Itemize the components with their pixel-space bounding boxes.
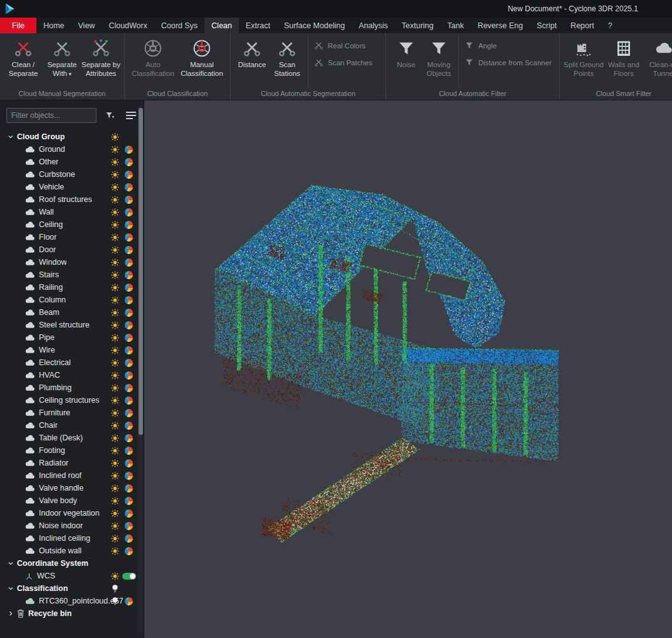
- sun-icon[interactable]: [110, 572, 120, 580]
- sun-icon[interactable]: [110, 208, 120, 216]
- sun-icon[interactable]: [110, 271, 120, 279]
- ribbon-button-manual-classification[interactable]: Manual Classification: [177, 35, 226, 78]
- tree-item-valve-handle[interactable]: Valve handle: [0, 482, 144, 494]
- ribbon-button-split-ground-points[interactable]: Split Ground Points: [564, 35, 604, 78]
- tree-item-vehicle[interactable]: Vehicle: [0, 181, 144, 193]
- tab-script[interactable]: Script: [530, 18, 564, 33]
- tree-item-ceiling-structures[interactable]: Ceiling structures: [0, 394, 144, 407]
- sun-icon[interactable]: [110, 434, 120, 442]
- sun-icon[interactable]: [110, 284, 120, 292]
- pie-chart-icon[interactable]: [122, 396, 136, 405]
- pie-chart-icon[interactable]: [122, 459, 136, 467]
- tree-item-window[interactable]: Window: [0, 256, 144, 268]
- sun-icon[interactable]: [110, 522, 120, 530]
- tree-item-floor[interactable]: Floor: [0, 231, 144, 243]
- pie-chart-icon[interactable]: [122, 221, 136, 229]
- tab-cloudworx[interactable]: CloudWorx: [102, 18, 154, 33]
- tree-group-recycle-bin[interactable]: Recycle bin: [0, 607, 144, 620]
- tab-extract[interactable]: Extract: [239, 18, 277, 33]
- ribbon-button-moving-objects[interactable]: Moving Objects: [423, 35, 455, 78]
- pie-chart-icon[interactable]: [122, 246, 136, 254]
- tree-group-coordinate-system[interactable]: Coordinate System: [0, 557, 144, 570]
- tree-item-hvac[interactable]: HVAC: [0, 369, 144, 381]
- pie-chart-icon[interactable]: [122, 371, 136, 380]
- tab-tank[interactable]: Tank: [440, 18, 470, 33]
- tree-item-curbstone[interactable]: Curbstone: [0, 168, 144, 181]
- ribbon-button-clean-separate[interactable]: Clean / Separate: [4, 35, 43, 78]
- tree-group-classification[interactable]: Classification: [0, 582, 144, 595]
- ribbon-button-distance[interactable]: Distance: [234, 35, 270, 70]
- tab-home[interactable]: Home: [36, 18, 71, 33]
- bulb-icon[interactable]: [110, 584, 120, 593]
- sun-icon[interactable]: [110, 296, 120, 304]
- ribbon-button-noise[interactable]: Noise: [390, 35, 423, 70]
- ribbon-button-separate-by-attributes[interactable]: Separate by Attributes: [81, 35, 120, 78]
- tab-report[interactable]: Report: [564, 18, 601, 33]
- ribbon-button-distance-from-scanner[interactable]: Distance from Scanner: [465, 58, 552, 67]
- chevron-down-icon[interactable]: [8, 585, 17, 592]
- pie-chart-icon[interactable]: [122, 146, 136, 154]
- ribbon-button-separate-with[interactable]: Separate With ▾: [43, 35, 81, 78]
- sun-icon[interactable]: [110, 497, 120, 505]
- ribbon-button-clean-up-tunnel[interactable]: Clean-up Tunnel: [644, 35, 672, 78]
- tree-item-electrical[interactable]: Electrical: [0, 356, 144, 369]
- pie-chart-icon[interactable]: [122, 158, 136, 166]
- tree-item-wire[interactable]: Wire: [0, 344, 144, 356]
- sun-icon[interactable]: [110, 396, 120, 405]
- pie-chart-icon[interactable]: [122, 183, 136, 191]
- tree-item-wcs[interactable]: WCS: [0, 570, 144, 582]
- pie-chart-icon[interactable]: [122, 484, 136, 492]
- sun-icon[interactable]: [110, 321, 120, 329]
- scrollbar-thumb[interactable]: [139, 108, 143, 435]
- tree-item-furniture[interactable]: Furniture: [0, 407, 144, 419]
- tree-item-roof-structures[interactable]: Roof structures: [0, 193, 144, 206]
- sun-icon[interactable]: [110, 359, 120, 367]
- ribbon-button-angle[interactable]: Angle: [465, 41, 552, 50]
- pie-chart-icon[interactable]: [122, 233, 136, 242]
- pie-chart-icon[interactable]: [122, 208, 136, 216]
- tree-item-beam[interactable]: Beam: [0, 306, 144, 319]
- tree-item-chair[interactable]: Chair: [0, 419, 144, 432]
- pie-chart-icon[interactable]: [122, 422, 136, 430]
- tree-item-inclined-ceiling[interactable]: Inclined ceiling: [0, 532, 144, 545]
- pie-chart-icon[interactable]: [122, 321, 136, 329]
- ribbon-button-auto-classification[interactable]: Auto Classification: [129, 35, 177, 78]
- sun-icon[interactable]: [110, 258, 120, 267]
- pie-chart-icon[interactable]: [122, 522, 136, 530]
- tree-item-valve-body[interactable]: Valve body: [0, 494, 144, 507]
- tree-item-pipe[interactable]: Pipe: [0, 331, 144, 344]
- tree-item-noise-indoor[interactable]: Noise indoor: [0, 519, 144, 532]
- sun-icon[interactable]: [110, 547, 120, 555]
- tree-item-column[interactable]: Column: [0, 294, 144, 306]
- tab-view[interactable]: View: [71, 18, 102, 33]
- sun-icon[interactable]: [110, 171, 120, 179]
- sun-icon[interactable]: [110, 472, 120, 480]
- tree-item-inclined-roof[interactable]: Inclined roof: [0, 469, 144, 482]
- ribbon-button-scan-stations[interactable]: Scan Stations: [270, 35, 305, 78]
- tree-item-door[interactable]: Door: [0, 243, 144, 256]
- pie-chart-icon[interactable]: [122, 359, 136, 367]
- tab-file[interactable]: File: [0, 18, 36, 33]
- tree-item-ceiling[interactable]: Ceiling: [0, 218, 144, 231]
- sun-icon[interactable]: [110, 221, 120, 229]
- tree-menu-button[interactable]: [123, 108, 139, 123]
- pie-chart-icon[interactable]: [122, 309, 136, 317]
- tree-item-plumbing[interactable]: Plumbing: [0, 381, 144, 394]
- tree-item-radiator[interactable]: Radiator: [0, 457, 144, 469]
- ribbon-button-real-colors[interactable]: Real Colors: [314, 41, 378, 50]
- pie-chart-icon[interactable]: [122, 346, 136, 354]
- tab-surface-modeling[interactable]: Surface Modeling: [277, 18, 352, 33]
- pie-chart-icon[interactable]: [122, 271, 136, 279]
- ribbon-button-walls-and-floors[interactable]: Walls and Floors: [604, 35, 644, 78]
- tab-coord-sys[interactable]: Coord Sys: [154, 18, 204, 33]
- sun-icon[interactable]: [110, 459, 120, 467]
- sun-icon[interactable]: [110, 309, 120, 317]
- viewport-canvas[interactable]: [144, 100, 672, 638]
- sun-icon[interactable]: [110, 246, 120, 254]
- pie-chart-icon[interactable]: [122, 296, 136, 304]
- sun-icon[interactable]: [110, 484, 120, 492]
- pie-chart-icon[interactable]: [122, 196, 136, 204]
- tree-item-railing[interactable]: Railing: [0, 281, 144, 294]
- pie-chart-icon[interactable]: [122, 472, 136, 480]
- tree-item-rtc360-pointcloud-e57[interactable]: RTC360_pointcloud.e57: [0, 595, 144, 607]
